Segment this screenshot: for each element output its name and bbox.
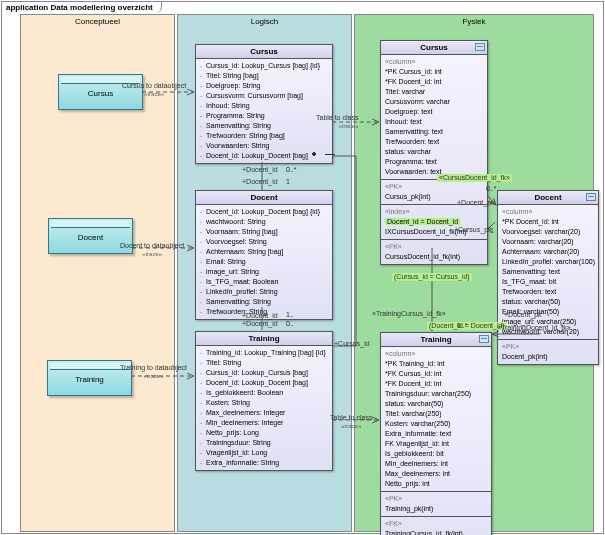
stereo: «index»	[385, 207, 483, 217]
col-row: Max_deelnemers: int	[385, 469, 487, 479]
col-row: LinkedIn_profiel: varchar(100)	[502, 257, 594, 267]
attr-row: -Is_TFG_maat: Boolean	[200, 277, 328, 287]
assoc-label: +Cursus_id	[334, 340, 370, 348]
col-row: Samenvatting: text	[502, 267, 594, 277]
attr-row: -Extra_informatie: String	[200, 458, 328, 468]
assoc-label: +Docent_pk	[504, 311, 542, 319]
table-icon	[586, 193, 596, 201]
attr-row: -Inhoud: String	[200, 101, 328, 111]
multiplicity: 0..*	[486, 185, 497, 192]
col-row: FK Vragenlijst_id: int	[385, 439, 487, 449]
col-row: Kosten: varchar(250)	[385, 419, 487, 429]
attr-row: -image_url: String	[200, 267, 328, 277]
col-row: Cursusvorm: varchar	[385, 97, 483, 107]
pk-row: Training_pk(int)	[385, 504, 487, 514]
col-row: *FK Docent_id: int	[385, 77, 483, 87]
col-row: Inhoud: text	[385, 117, 483, 127]
attr-row: -Cursus_id: Lookup_Cursus [bag]	[200, 368, 328, 378]
attr-row: -Cursusvorm: Cursusvorm [bag]	[200, 91, 328, 101]
class-cursus[interactable]: Cursus -Cursus_id: Lookup_Cursus [bag] {…	[195, 44, 333, 164]
col-row: Trefwoorden: text	[502, 287, 594, 297]
table-training[interactable]: Training «column» *PK Training_id: int*F…	[380, 332, 492, 535]
attr-row: -Samenvatting: String	[200, 297, 328, 307]
attr-row: -Voorwaarden: String	[200, 141, 328, 151]
stereo: «FK»	[385, 242, 483, 252]
col-row: Samenvatting: text	[385, 127, 483, 137]
edge-label: Table to class«trace»	[316, 114, 358, 130]
col-row: Titel: varchar	[385, 87, 483, 97]
assoc-label: +Docent_id	[242, 178, 278, 186]
class-training-head: Training	[196, 332, 332, 346]
table-icon	[475, 43, 485, 51]
col-row: *FK Docent_id: int	[385, 379, 487, 389]
attr-row: -Kosten: String	[200, 398, 328, 408]
col-row: *PK Docent_id: int	[502, 217, 594, 227]
col-row: status: varchar	[385, 147, 483, 157]
col-row: *PK Cursus_id: int	[385, 67, 483, 77]
multiplicity: 1	[286, 178, 290, 185]
col-row: TrainingCursus_id_fk(int)	[385, 529, 487, 535]
attr-row: -Trainingsduur: String	[200, 438, 328, 448]
lane-title-conceptueel: Conceptueel	[21, 15, 174, 28]
lane-title-fysiek: Fysiek	[355, 15, 593, 28]
class-training[interactable]: Training -Training_id: Lookup_Training […	[195, 331, 333, 471]
attr-row: -LinkedIn_profiel: String	[200, 287, 328, 297]
stereo: «column»	[502, 207, 594, 217]
rel-label: «TrainingCursus_id_fk»	[372, 310, 446, 318]
stereo: «PK»	[385, 494, 487, 504]
attr-row: -Trefwoorden: String [bag]	[200, 131, 328, 141]
multiplicity: 0..	[286, 320, 294, 327]
col-row: Voorvoegsel: varchar(20)	[502, 227, 594, 237]
col-row: Min_deelnemers: int	[385, 459, 487, 469]
col-row: Programma: text	[385, 157, 483, 167]
col-row: Extra_informatie: text	[385, 429, 487, 439]
assoc-label: +Docent_id	[242, 166, 278, 174]
multiplicity: 1	[490, 227, 494, 234]
stereo: «PK»	[502, 342, 594, 352]
fk-row: CursusDocent_id_fk(int)	[385, 252, 483, 262]
attr-row: -Docent_id: Lookup_Docent [bag] {id}	[200, 207, 328, 217]
attr-row: -Titel: String	[200, 358, 328, 368]
idx-row: Docent_id = Docent_id	[385, 218, 460, 225]
concept-docent-label: Docent	[49, 233, 132, 242]
attr-row: -Email: String	[200, 257, 328, 267]
rel-label: «TrainingDocent_id_fk»	[497, 324, 571, 332]
multiplicity: 0..*	[286, 166, 297, 173]
col-row: Is_geblokkeerd: bit	[385, 449, 487, 459]
stereo: «FK»	[385, 519, 487, 529]
class-docent[interactable]: Docent -Docent_id: Lookup_Docent [bag] {…	[195, 190, 333, 320]
attr-row: -Docent_id: Lookup_Docent [bag]	[200, 151, 328, 161]
concept-training-label: Training	[48, 375, 131, 384]
lane-title-logisch: Logisch	[178, 15, 351, 28]
rel-label: «CursusDocent_id_fk»	[437, 174, 512, 182]
assoc-label: +Docent_id	[242, 320, 278, 328]
diagram-frame: application Data modellering overzicht C…	[1, 1, 604, 534]
attr-row: -Voornaam: String [bag]	[200, 227, 328, 237]
stereo: «column»	[385, 349, 487, 359]
attr-row: -Programma: String	[200, 111, 328, 121]
edge-label: Docent to dataobject«trace»	[120, 242, 184, 258]
rel-label: (Cursus_id = Cursus_id)	[392, 273, 472, 281]
col-row: *FK Cursus_id: int	[385, 369, 487, 379]
table-docent-head: Docent	[498, 191, 598, 205]
stereo: «column»	[385, 57, 483, 67]
col-row: Titel: varchar(250)	[385, 409, 487, 419]
attr-row: -Training_id: Lookup_Training [bag] {id}	[200, 348, 328, 358]
assoc-label: +Docent_pk	[457, 199, 495, 207]
table-cursus-head: Cursus	[381, 41, 487, 55]
col-row: status: varchar(50)	[502, 297, 594, 307]
col-row: Is_TFG_maat: bit	[502, 277, 594, 287]
attr-row: -Doelgroep: String	[200, 81, 328, 91]
edge-label: Table to class«trace»	[330, 414, 372, 430]
col-row: Trainingsduur: varchar(250)	[385, 389, 487, 399]
col-row: Voornaam: varchar(20)	[502, 237, 594, 247]
table-training-head: Training	[381, 333, 491, 347]
attr-row: -Cursus_id: Lookup_Cursus [bag] {id}	[200, 61, 328, 71]
attr-row: -Voorvoegsel: String	[200, 237, 328, 247]
attr-row: -Titel: String [bag]	[200, 71, 328, 81]
assoc-label: +Docent_id	[242, 312, 278, 320]
table-docent[interactable]: Docent «column» *PK Docent_id: int Voorv…	[497, 190, 599, 365]
multiplicity: 1..	[286, 311, 294, 318]
attr-row: -Is_geblokkeerd: Boolean	[200, 388, 328, 398]
attr-row: -Vragenlijst_id: Long	[200, 448, 328, 458]
